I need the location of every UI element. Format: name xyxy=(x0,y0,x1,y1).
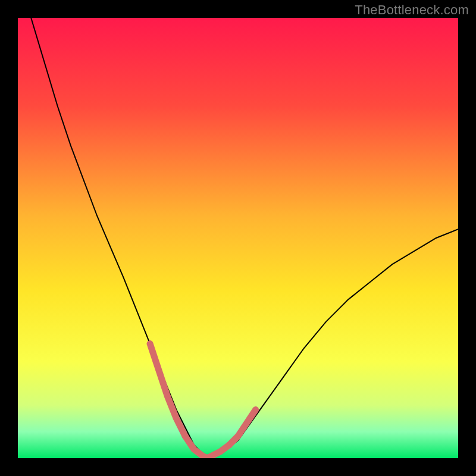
plot-area xyxy=(18,18,458,458)
watermark-text: TheBottleneck.com xyxy=(355,2,469,18)
chart-frame: TheBottleneck.com xyxy=(0,0,476,476)
chart-svg xyxy=(18,18,458,458)
gradient-background xyxy=(18,18,458,458)
